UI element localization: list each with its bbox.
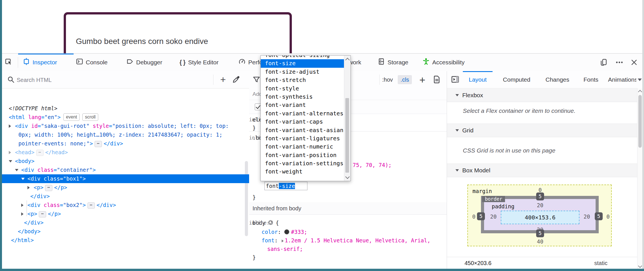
autocomplete-item[interactable]: font-size bbox=[261, 59, 345, 67]
sidebar-scrollbar[interactable] bbox=[637, 88, 643, 269]
tab-inspector[interactable]: Inspector bbox=[18, 54, 74, 71]
sidebar-tab-layout[interactable]: Layout bbox=[461, 71, 494, 88]
property-value-fragment[interactable]: 75, 70, 74); bbox=[353, 161, 391, 169]
autocomplete-scrollbar[interactable] bbox=[344, 56, 350, 181]
markup-row[interactable]: </div> bbox=[2, 192, 249, 201]
expand-ellipsis-button[interactable]: ⋯ bbox=[87, 202, 95, 209]
autocomplete-item[interactable]: font-variant-caps bbox=[261, 118, 345, 126]
autocomplete-item[interactable]: font-variant-ligatures bbox=[261, 134, 345, 143]
box-model-diagram[interactable]: margin 0 border 5 padding 20 400×153.6 2… bbox=[467, 185, 612, 246]
css-property[interactable]: color: #333; bbox=[262, 228, 307, 236]
all-tabs-dropdown-icon[interactable] bbox=[638, 79, 642, 81]
devtools-close-button[interactable] bbox=[629, 58, 639, 67]
padding-left-value[interactable]: 20 bbox=[488, 213, 499, 220]
pseudo-class-toggle[interactable]: :hov bbox=[382, 75, 393, 84]
event-badge[interactable]: event bbox=[63, 113, 80, 121]
expand-arrow-icon[interactable] bbox=[9, 124, 11, 128]
margin-top-value[interactable]: 0 bbox=[534, 187, 546, 193]
color-swatch[interactable] bbox=[284, 229, 289, 234]
border-bottom-value[interactable]: 5 bbox=[536, 229, 544, 237]
expand-ellipsis-button[interactable]: ⋯ bbox=[45, 185, 52, 191]
tab-debugger[interactable]: Debugger bbox=[122, 54, 177, 71]
autocomplete-item[interactable]: font-variant-numeric bbox=[261, 143, 345, 151]
markup-row[interactable]: <div class="container"> bbox=[2, 166, 249, 174]
markup-row[interactable]: 0px; width: 100%; height…100%; z-index: … bbox=[2, 130, 249, 139]
autocomplete-item[interactable]: font-variation-settings bbox=[261, 159, 345, 168]
expand-arrow-icon[interactable] bbox=[21, 204, 23, 207]
autocomplete-item[interactable]: font-optical-sizing bbox=[261, 55, 345, 59]
border-top-value[interactable]: 5 bbox=[536, 192, 544, 200]
markup-row[interactable]: <div class="box2">⋯</div> bbox=[2, 201, 249, 209]
markup-row[interactable]: <head>⋯</head> bbox=[2, 148, 249, 157]
expand-arrow-icon[interactable] bbox=[27, 186, 30, 189]
margin-bottom-value[interactable]: 40 bbox=[533, 238, 547, 245]
autocomplete-item[interactable]: font-variant bbox=[261, 101, 345, 109]
scroll-down-icon[interactable] bbox=[638, 264, 642, 268]
expand-ellipsis-button[interactable]: ⋯ bbox=[95, 141, 102, 147]
markup-row[interactable]: pointer-events: none;">⋯</div> bbox=[2, 139, 249, 148]
content-box[interactable]: 400×153.6 bbox=[501, 211, 579, 224]
boxmodel-accordion-header[interactable]: Box Model bbox=[447, 164, 637, 177]
flexbox-accordion-header[interactable]: Flexbox bbox=[447, 89, 637, 102]
expand-arrow-icon[interactable] bbox=[21, 212, 23, 216]
sidebar-tab-fonts[interactable]: Fonts bbox=[579, 71, 603, 88]
property-name-editor[interactable]: font-size bbox=[264, 182, 307, 190]
css-property[interactable]: font: 1.2em / 1.5 Helvetica Neue, Helvet… bbox=[262, 237, 430, 244]
tab-accessibility[interactable]: Accessibility bbox=[418, 54, 483, 71]
eyedropper-button[interactable] bbox=[232, 75, 241, 85]
margin-right-value[interactable]: 0 bbox=[604, 213, 612, 220]
padding-right-value[interactable]: 20 bbox=[581, 213, 592, 220]
markup-row[interactable]: </body> bbox=[2, 227, 249, 236]
border-right-value[interactable]: 5 bbox=[595, 212, 603, 220]
responsive-mode-button[interactable] bbox=[599, 58, 608, 67]
autocomplete-item[interactable]: font-synthesis bbox=[261, 93, 345, 101]
sidebar-toggle-button[interactable] bbox=[451, 75, 460, 84]
class-panel-toggle[interactable]: .cls bbox=[398, 75, 412, 84]
expand-shorthand-icon[interactable] bbox=[282, 240, 284, 242]
collapse-arrow-icon[interactable] bbox=[9, 160, 12, 162]
expand-arrow-icon[interactable] bbox=[9, 151, 11, 154]
scrollbar-thumb[interactable] bbox=[638, 95, 642, 148]
markup-row[interactable]: <body> bbox=[2, 157, 249, 166]
search-input[interactable] bbox=[16, 75, 193, 85]
markup-row[interactable]: <!DOCTYPE html> bbox=[2, 104, 249, 113]
expand-ellipsis-button[interactable]: ⋯ bbox=[39, 211, 46, 217]
print-simulation-button[interactable] bbox=[433, 75, 442, 84]
tab-storage[interactable]: Storage bbox=[373, 54, 420, 71]
rule-source-link[interactable]: inline:2 bbox=[249, 219, 442, 226]
collapse-arrow-icon[interactable] bbox=[15, 169, 18, 171]
scroll-down-icon[interactable] bbox=[345, 175, 350, 179]
scroll-up-icon[interactable] bbox=[638, 90, 642, 94]
autocomplete-item[interactable]: font-stretch bbox=[261, 76, 345, 84]
sidebar-tab-changes[interactable]: Changes bbox=[541, 71, 574, 88]
collapse-arrow-icon[interactable] bbox=[21, 178, 25, 180]
autocomplete-item[interactable]: font-style bbox=[261, 84, 345, 93]
node-picker-button[interactable] bbox=[4, 57, 14, 67]
markup-row[interactable]: <p>⋯</p> bbox=[2, 183, 249, 192]
tab-style-editor[interactable]: { }Style Editor bbox=[175, 54, 236, 71]
markup-row[interactable]: <p>⋯</p> bbox=[2, 209, 249, 218]
sidebar-tab-computed[interactable]: Computed bbox=[497, 71, 536, 88]
autocomplete-item[interactable]: font-weight bbox=[261, 168, 345, 176]
devtools-menu-button[interactable] bbox=[615, 58, 624, 67]
padding-top-value[interactable]: 20 bbox=[534, 202, 546, 208]
add-rule-button[interactable]: + bbox=[417, 73, 428, 86]
autocomplete-item[interactable]: font-variant-alternates bbox=[261, 109, 345, 118]
autocomplete-item[interactable]: font-variant-position bbox=[261, 151, 345, 159]
autocomplete-item[interactable]: font-variant-east-asian bbox=[261, 126, 345, 134]
grid-accordion-header[interactable]: Grid bbox=[447, 124, 637, 137]
border-left-value[interactable]: 5 bbox=[477, 212, 485, 220]
autocomplete-item[interactable]: font-size-adjust bbox=[261, 68, 345, 76]
create-node-button[interactable]: + bbox=[217, 73, 230, 86]
expand-ellipsis-button[interactable]: ⋯ bbox=[36, 150, 44, 156]
markup-row[interactable]: <div class="box1"> bbox=[2, 174, 249, 183]
scroll-up-icon[interactable] bbox=[345, 58, 350, 62]
markup-row[interactable]: </html> bbox=[2, 236, 249, 245]
markup-row[interactable]: <html lang="en">eventscroll bbox=[2, 113, 249, 122]
markup-row[interactable]: </div> bbox=[2, 218, 249, 227]
scrollbar-thumb[interactable] bbox=[345, 98, 349, 173]
markup-row[interactable]: <div id="saka-gui-root" style="position:… bbox=[2, 122, 249, 130]
tab-console[interactable]: Console bbox=[71, 54, 124, 71]
event-badge[interactable]: scroll bbox=[82, 113, 98, 121]
sidebar-tab-animations[interactable]: Animations bbox=[608, 71, 636, 88]
